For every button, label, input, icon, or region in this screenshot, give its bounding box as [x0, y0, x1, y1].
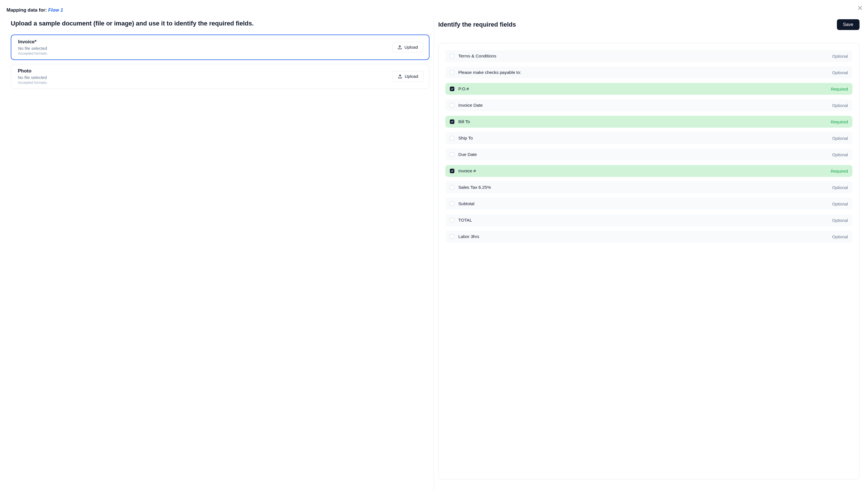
field-status: Optional: [832, 201, 848, 206]
field-left: Invoice #: [450, 168, 476, 173]
field-left: Sales Tax 6.25%: [450, 185, 491, 190]
field-left: Labor 3hrs: [450, 234, 479, 239]
right-header: Identify the required fields Save: [438, 19, 860, 30]
close-button[interactable]: [857, 5, 863, 11]
field-checkbox[interactable]: [450, 169, 454, 173]
upload-formats: Accepted formats:: [18, 80, 47, 85]
check-icon: [451, 87, 454, 90]
field-name: Subtotal: [458, 201, 475, 206]
field-status: Optional: [832, 136, 848, 141]
field-row: Terms & ConditionsOptional: [445, 50, 852, 62]
fields-heading: Identify the required fields: [438, 21, 516, 28]
field-status: Required: [831, 169, 848, 173]
field-checkbox[interactable]: [450, 218, 454, 222]
upload-card[interactable]: Invoice*No file selectedAccepted formats…: [11, 35, 430, 60]
left-panel: Upload a sample document (file or image)…: [0, 16, 434, 492]
field-left: Due Date: [450, 152, 477, 157]
upload-button[interactable]: Upload: [392, 42, 423, 52]
field-checkbox[interactable]: [450, 87, 454, 91]
field-row: Due DateOptional: [445, 149, 852, 160]
upload-title: Photo: [18, 68, 47, 74]
fields-container: Terms & ConditionsOptionalPlease make ch…: [438, 43, 860, 479]
field-name: Ship To: [458, 135, 473, 141]
header-prefix: Mapping data for:: [6, 7, 48, 13]
right-panel: Identify the required fields Save Terms …: [434, 16, 868, 492]
field-name: TOTAL: [458, 218, 472, 223]
field-row: Sales Tax 6.25%Optional: [445, 181, 852, 193]
field-name: Labor 3hrs: [458, 234, 479, 239]
field-row: TOTALOptional: [445, 214, 852, 226]
field-checkbox[interactable]: [450, 234, 454, 239]
field-row: Invoice #Required: [445, 165, 852, 177]
field-left: Please make checks payable to:: [450, 70, 521, 75]
field-left: Ship To: [450, 135, 473, 141]
check-icon: [451, 120, 454, 123]
upload-subtitle: No file selected: [18, 46, 48, 51]
field-row: Labor 3hrsOptional: [445, 231, 852, 242]
field-name: Sales Tax 6.25%: [458, 185, 491, 190]
field-left: TOTAL: [450, 218, 472, 223]
field-status: Required: [831, 120, 848, 124]
field-name: Bill To: [458, 119, 470, 124]
content-container: Upload a sample document (file or image)…: [0, 16, 868, 492]
field-status: Optional: [832, 152, 848, 157]
upload-button-label: Upload: [404, 45, 418, 49]
upload-card-info: Invoice*No file selectedAccepted formats…: [18, 39, 48, 56]
field-name: Due Date: [458, 152, 477, 157]
field-row: SubtotalOptional: [445, 198, 852, 210]
upload-formats: Accepted formats:: [18, 51, 48, 56]
field-checkbox[interactable]: [450, 70, 454, 75]
field-checkbox[interactable]: [450, 152, 454, 157]
field-checkbox[interactable]: [450, 120, 454, 124]
mapping-modal: Mapping data for: Flow 1 Upload a sample…: [0, 0, 868, 493]
uploads-container: Invoice*No file selectedAccepted formats…: [11, 35, 430, 89]
field-status: Optional: [832, 103, 848, 108]
upload-card-info: PhotoNo file selectedAccepted formats:: [18, 68, 47, 85]
upload-card[interactable]: PhotoNo file selectedAccepted formats:Up…: [11, 64, 430, 89]
field-status: Optional: [832, 70, 848, 75]
field-status: Optional: [832, 218, 848, 223]
upload-button[interactable]: Upload: [392, 71, 424, 82]
check-icon: [451, 170, 454, 172]
save-button[interactable]: Save: [837, 19, 860, 30]
field-row: Ship ToOptional: [445, 132, 852, 144]
field-checkbox[interactable]: [450, 201, 454, 206]
field-status: Optional: [832, 234, 848, 239]
field-left: Terms & Conditions: [450, 53, 496, 59]
upload-subtitle: No file selected: [18, 75, 47, 80]
upload-icon: [398, 74, 402, 79]
upload-title: Invoice*: [18, 39, 48, 45]
field-left: Invoice Date: [450, 103, 483, 108]
field-row: P.O.#Required: [445, 83, 852, 95]
field-checkbox[interactable]: [450, 136, 454, 141]
field-checkbox[interactable]: [450, 185, 454, 190]
close-icon: [858, 6, 862, 10]
field-name: Please make checks payable to:: [458, 70, 521, 75]
field-row: Bill ToRequired: [445, 116, 852, 128]
field-row: Invoice DateOptional: [445, 99, 852, 111]
field-status: Optional: [832, 185, 848, 190]
field-checkbox[interactable]: [450, 103, 454, 108]
field-left: Subtotal: [450, 201, 475, 206]
field-name: Invoice #: [458, 168, 476, 173]
field-name: Terms & Conditions: [458, 53, 496, 59]
field-left: P.O.#: [450, 86, 469, 91]
upload-button-label: Upload: [405, 74, 418, 79]
field-status: Optional: [832, 54, 848, 59]
field-checkbox[interactable]: [450, 54, 454, 58]
modal-header: Mapping data for: Flow 1: [0, 0, 868, 13]
field-row: Please make checks payable to:Optional: [445, 66, 852, 79]
fields-list: Terms & ConditionsOptionalPlease make ch…: [445, 50, 852, 242]
field-name: Invoice Date: [458, 103, 483, 108]
flow-link[interactable]: Flow 1: [48, 7, 63, 13]
field-status: Required: [831, 87, 848, 91]
field-name: P.O.#: [458, 86, 469, 91]
field-left: Bill To: [450, 119, 470, 124]
upload-icon: [397, 45, 402, 49]
upload-heading: Upload a sample document (file or image)…: [11, 19, 430, 28]
